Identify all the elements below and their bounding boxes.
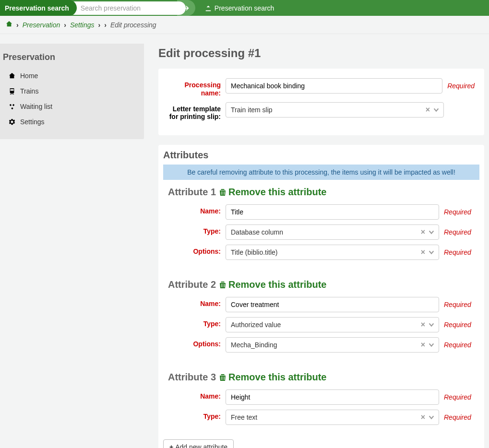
attributes-title: Attributes (158, 145, 484, 165)
sidebar-item-waiting-list[interactable]: Waiting list (0, 99, 144, 114)
select-value: Train item slip (231, 106, 273, 114)
processing-name-input[interactable] (226, 78, 442, 94)
sidebar-item-trains[interactable]: Trains (0, 83, 144, 99)
select-value: Mecha_Binding (231, 341, 277, 349)
attr-name-label: Name: (168, 389, 226, 401)
attr-options-row: Options: Mecha_Binding × Required (168, 337, 475, 353)
sidebar-item-label: Waiting list (20, 103, 52, 110)
sidebar-item-home[interactable]: Home (0, 68, 144, 83)
preservation-search-link[interactable]: Preservation search (205, 4, 274, 12)
attribute-block: Attribute 2 Remove this attribute Name: … (158, 279, 484, 367)
chevron-right-icon: › (104, 21, 107, 29)
attr-name-input[interactable] (226, 389, 439, 405)
preservation-search-link-label: Preservation search (215, 4, 274, 12)
chevron-right-icon: › (16, 21, 19, 29)
attribute-number: Attribute 3 (168, 372, 216, 383)
remove-attribute-link[interactable]: Remove this attribute (219, 187, 326, 198)
required-hint: Required (444, 228, 471, 236)
page-title: Edit processing #1 (158, 47, 484, 60)
remove-attribute-label: Remove this attribute (228, 187, 326, 198)
search-wrapper (68, 1, 186, 15)
attr-options-select[interactable]: Mecha_Binding × (226, 337, 439, 353)
attr-name-row: Name: Required (168, 297, 475, 312)
clear-icon[interactable]: × (421, 228, 425, 236)
sidebar-item-settings[interactable]: Settings (0, 114, 144, 130)
required-hint: Required (444, 393, 471, 401)
chevron-right-icon: › (98, 21, 101, 29)
processing-panel: Processing name: Required Letter templat… (158, 69, 484, 135)
breadcrumb-settings[interactable]: Settings (70, 21, 95, 29)
processing-name-row: Processing name: Required (168, 78, 475, 97)
chevron-down-icon (428, 249, 435, 256)
clear-icon[interactable]: × (421, 321, 425, 329)
attribute-number: Attribute 2 (168, 279, 216, 290)
attr-type-row: Type: Authorized value × Required (168, 317, 475, 332)
sidebar-item-label: Home (20, 72, 38, 80)
chevron-right-icon: › (64, 21, 66, 29)
home-icon (6, 21, 12, 27)
remove-attribute-link[interactable]: Remove this attribute (219, 372, 326, 383)
required-hint: Required (444, 321, 471, 329)
gear-icon (9, 118, 15, 125)
attr-type-row: Type: Free text × Required (168, 410, 475, 425)
attr-options-select[interactable]: Title (biblio.title) × (226, 245, 439, 260)
attr-name-input[interactable] (226, 204, 439, 220)
attr-options-label: Options: (168, 245, 226, 256)
attr-name-row: Name: Required (168, 389, 475, 405)
clear-icon[interactable]: × (421, 248, 425, 256)
attr-type-select[interactable]: Authorized value × (226, 317, 439, 332)
sidebar-title: Preservation (0, 49, 144, 68)
sidebar-item-label: Trains (20, 87, 38, 95)
layout: Preservation Home Trains Waiting list Se… (0, 44, 489, 448)
search-input[interactable] (68, 1, 186, 15)
trash-icon (219, 281, 227, 289)
clear-icon[interactable]: × (421, 341, 425, 349)
add-attribute-label: Add new attribute (175, 443, 227, 448)
letter-template-select[interactable]: Train item slip × (226, 102, 444, 118)
attr-type-select[interactable]: Free text × (226, 410, 439, 425)
required-hint: Required (447, 82, 475, 90)
attr-name-row: Name: Required (168, 204, 475, 220)
required-hint: Required (444, 341, 471, 349)
attr-name-label: Name: (168, 204, 226, 215)
plus-icon: + (169, 443, 173, 448)
trash-icon (219, 374, 227, 381)
attributes-panel: Attributes Be careful removing attribute… (158, 145, 484, 448)
chevron-down-icon (428, 414, 435, 421)
attributes-warning: Be careful removing attribute to this pr… (163, 165, 479, 180)
topbar: Preservation search Preservation search (0, 0, 489, 16)
breadcrumb-current: Edit processing (110, 21, 156, 29)
chevron-down-icon (433, 106, 440, 113)
required-hint: Required (444, 413, 471, 421)
attr-type-select[interactable]: Database column × (226, 224, 439, 240)
attribute-heading: Attribute 2 Remove this attribute (168, 279, 475, 290)
attr-type-row: Type: Database column × Required (168, 224, 475, 240)
breadcrumb-home[interactable] (6, 21, 12, 29)
train-icon (9, 88, 15, 94)
attr-name-input[interactable] (226, 297, 439, 312)
trash-icon (219, 189, 227, 196)
attr-type-label: Type: (168, 410, 226, 421)
select-value: Title (biblio.title) (231, 248, 278, 256)
attr-options-label: Options: (168, 337, 226, 348)
add-attribute-button[interactable]: + Add new attribute (163, 439, 234, 448)
attribute-heading: Attribute 3 Remove this attribute (168, 372, 475, 383)
remove-attribute-link[interactable]: Remove this attribute (219, 279, 326, 290)
clear-icon[interactable]: × (421, 413, 425, 421)
required-hint: Required (444, 301, 471, 308)
recycle-icon (9, 103, 15, 110)
upload-icon (205, 5, 212, 12)
required-hint: Required (444, 248, 471, 256)
search-scope-label: Preservation search (0, 0, 77, 16)
attribute-block: Attribute 1 Remove this attribute Name: … (158, 187, 484, 274)
chevron-down-icon (428, 321, 435, 328)
attr-options-row: Options: Title (biblio.title) × Required (168, 245, 475, 260)
required-hint: Required (444, 208, 471, 216)
breadcrumb-preservation[interactable]: Preservation (23, 21, 60, 29)
attribute-block: Attribute 3 Remove this attribute Name: … (158, 372, 484, 439)
breadcrumb: › Preservation › Settings › › Edit proce… (0, 16, 489, 34)
clear-icon[interactable]: × (426, 106, 430, 114)
select-value: Authorized value (231, 321, 281, 329)
chevron-down-icon (428, 342, 435, 348)
sidebar-item-label: Settings (20, 118, 45, 126)
